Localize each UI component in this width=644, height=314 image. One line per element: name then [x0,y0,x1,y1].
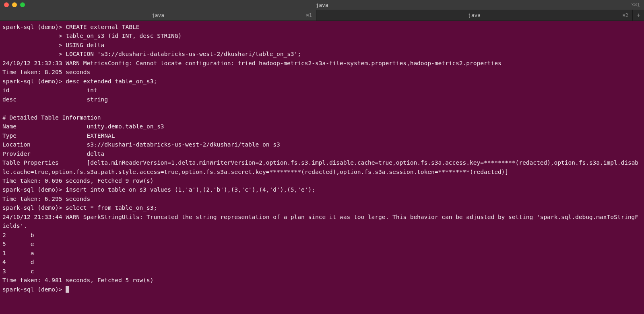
time-taken-select: Time taken: 4.981 seconds, Fetched 5 row… [2,277,153,283]
result-row: 5 e [2,241,34,247]
detail-name-val: unity.demo.table_on_s3 [87,123,164,130]
detail-name-key: Name [2,123,17,130]
sql-select: select * from table_on_s3; [66,205,157,211]
col-desc-name: desc [2,96,17,103]
new-tab-button[interactable]: + [633,10,644,21]
detail-location-key: Location [2,141,31,148]
cursor-block [66,286,69,293]
prompt-text: spark-sql (demo)> [2,286,66,293]
tab-java-2[interactable]: java ⌘2 [316,10,633,21]
close-window-button[interactable] [4,2,9,7]
sql-create-line4: LOCATION 's3://dkushari-databricks-us-we… [66,51,301,57]
prompt-text: spark-sql (demo)> [2,205,66,211]
col-desc-type: string [87,96,108,103]
sql-desc-extended: desc extended table_on_s3; [66,78,157,85]
sql-create-line2: table_on_s3 (id INT, desc STRING) [66,33,182,39]
col-id-name: id [2,87,9,93]
col-id-type: int [87,87,97,93]
detail-location-val: s3://dkushari-databricks-us-west-2/dkush… [87,141,280,148]
tab-label: java [152,12,164,18]
warn-sparkstringutils: 24/10/12 21:33:44 WARN SparkStringUtils:… [2,214,638,229]
terminal-pane[interactable]: spark-sql (demo)> CREATE external TABLE … [0,21,644,314]
prompt-text: spark-sql (demo)> [2,186,66,193]
sql-insert: insert into table_on_s3 values (1,'a'),(… [66,186,315,193]
detail-provider-key: Provider [2,151,31,157]
continuation-prompt: > [2,33,66,39]
window-titlebar: java ⌥⌘1 [0,0,644,10]
detail-provider-val: delta [87,151,105,157]
plus-icon: + [636,11,640,19]
time-taken-insert: Time taken: 6.295 seconds [2,196,90,202]
tab-shortcut: ⌘2 [623,12,628,18]
window-title: java [316,2,328,8]
minimize-window-button[interactable] [12,2,17,7]
result-row: 1 a [2,250,34,256]
prompt-text: spark-sql (demo)> [2,78,66,85]
time-taken-desc: Time taken: 0.696 seconds, Fetched 9 row… [2,178,153,184]
sql-create-line1: CREATE external TABLE [66,24,139,30]
detail-type-key: Type [2,132,17,139]
warn-metricsconfig: 24/10/12 21:32:33 WARN MetricsConfig: Ca… [2,60,502,66]
tab-shortcut: ⌘1 [306,12,312,18]
detailed-table-info-header: # Detailed Table Information [2,114,101,121]
time-taken-create: Time taken: 8.205 seconds [2,69,90,75]
result-row: 3 c [2,268,34,275]
detail-type-val: EXTERNAL [87,132,115,139]
tab-label: java [468,12,481,18]
continuation-prompt: > [2,42,66,48]
window-shortcut-hint: ⌥⌘1 [631,2,640,8]
maximize-window-button[interactable] [20,2,25,7]
traffic-lights [4,2,25,7]
tab-bar: java ⌘1 java ⌘2 + [0,10,644,21]
prompt-text: spark-sql (demo)> [2,24,66,30]
result-row: 2 b [2,232,34,238]
detail-props-val: [delta.minReaderVersion=1,delta.minWrite… [2,159,638,175]
result-row: 4 d [2,259,34,265]
continuation-prompt: > [2,51,66,57]
detail-props-key: Table Properties [2,159,59,166]
tab-java-1[interactable]: java ⌘1 [0,10,316,21]
sql-create-line3: USING delta [66,42,104,48]
